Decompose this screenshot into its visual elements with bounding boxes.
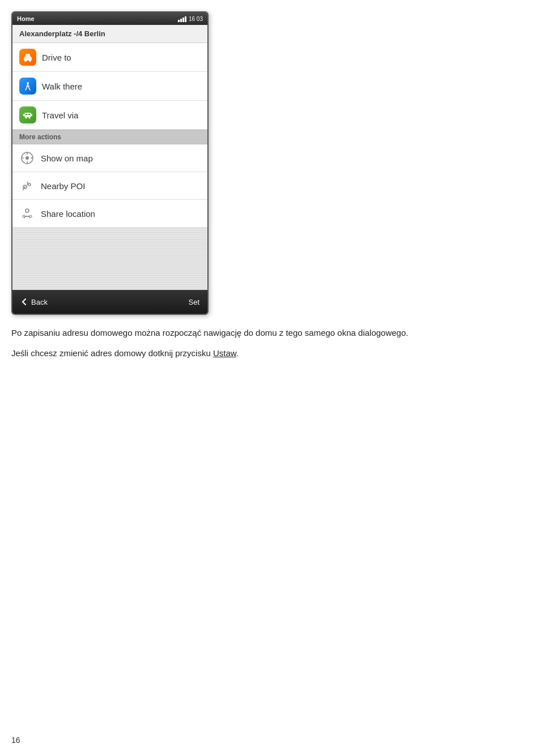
show-on-map-row[interactable]: Show on map [12, 144, 207, 172]
svg-point-22 [29, 215, 32, 217]
action-list: Drive to Walk there [12, 43, 207, 130]
svg-point-21 [23, 215, 25, 217]
phone-screenshot: Home 16 03 Alexanderplatz -/4 Berlin [11, 11, 209, 315]
status-bar: Home 16 03 [12, 12, 207, 25]
nearby-poi-icon [19, 178, 35, 194]
svg-point-8 [29, 117, 31, 119]
share-location-label: Share location [41, 209, 95, 219]
status-bar-time: 16 03 [189, 16, 203, 22]
address-text: Alexanderplatz -/4 Berlin [19, 29, 105, 38]
paragraph-2-text: Jeśli chcesz zmienić adres domowy dotkni… [11, 348, 213, 358]
show-on-map-label: Show on map [41, 153, 93, 163]
back-label: Back [31, 298, 48, 306]
show-on-map-icon [19, 150, 35, 166]
svg-rect-9 [26, 114, 27, 115]
paragraph-2: Jeśli chcesz zmienić adres domowy dotkni… [11, 347, 521, 360]
drive-to-label: Drive to [42, 53, 71, 62]
walk-there-icon [19, 78, 36, 95]
svg-point-1 [24, 59, 27, 62]
status-bar-right: 16 03 [178, 15, 203, 22]
share-location-icon [19, 206, 35, 221]
more-actions-header: More actions [12, 130, 207, 144]
walk-there-row[interactable]: Walk there [12, 72, 207, 101]
walk-there-label: Walk there [42, 82, 82, 91]
drive-to-icon [19, 49, 36, 66]
svg-rect-5 [23, 114, 24, 116]
svg-point-7 [26, 117, 27, 119]
svg-point-20 [26, 209, 29, 212]
travel-via-row[interactable]: Travel via [12, 101, 207, 130]
travel-via-icon [19, 106, 36, 123]
paragraph-1: Po zapisaniu adresu domowego można rozpo… [11, 326, 521, 340]
svg-point-12 [26, 156, 29, 160]
body-text-area: Po zapisaniu adresu domowego można rozpo… [11, 326, 521, 360]
set-button[interactable]: Set [188, 298, 199, 306]
more-action-list: Show on map Nearby POI [12, 144, 207, 228]
svg-point-2 [29, 59, 31, 62]
nearby-poi-row[interactable]: Nearby POI [12, 172, 207, 200]
status-bar-title: Home [17, 15, 35, 22]
share-location-row[interactable]: Share location [12, 200, 207, 228]
svg-rect-6 [31, 114, 32, 116]
address-bar: Alexanderplatz -/4 Berlin [12, 25, 207, 43]
svg-rect-4 [24, 113, 31, 117]
bottom-bar: Back Set [12, 290, 207, 314]
signal-icon [178, 15, 186, 22]
drive-to-row[interactable]: Drive to [12, 43, 207, 72]
nearby-poi-label: Nearby POI [41, 181, 85, 191]
svg-rect-10 [28, 114, 30, 115]
travel-via-label: Travel via [42, 110, 78, 120]
back-button[interactable]: Back [20, 298, 48, 306]
page-number: 16 [11, 736, 20, 745]
svg-point-19 [28, 183, 31, 186]
empty-content-area [12, 228, 207, 290]
ustaw-link[interactable]: Ustaw [213, 348, 236, 358]
